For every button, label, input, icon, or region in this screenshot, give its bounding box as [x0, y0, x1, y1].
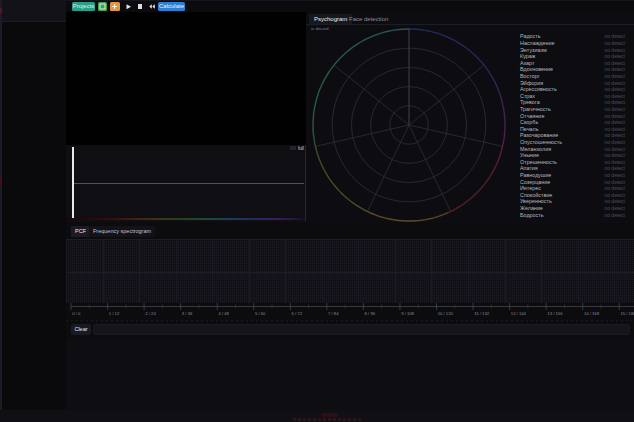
svg-text:9 / 108: 9 / 108 — [401, 311, 414, 316]
svg-text:11 / 132: 11 / 132 — [474, 311, 489, 316]
svg-text:1 / 12: 1 / 12 — [109, 311, 120, 316]
svg-text:3 / 36: 3 / 36 — [182, 311, 193, 316]
svg-text:6 / 72: 6 / 72 — [292, 311, 303, 316]
svg-text:15 / 180: 15 / 180 — [620, 311, 634, 316]
svg-text:4 / 48: 4 / 48 — [218, 311, 229, 316]
svg-text:8 / 96: 8 / 96 — [365, 311, 376, 316]
svg-text:0 / 0: 0 / 0 — [72, 311, 81, 316]
svg-text:7 / 84: 7 / 84 — [328, 311, 339, 316]
svg-text:13 / 156: 13 / 156 — [547, 311, 563, 316]
svg-text:12 / 144: 12 / 144 — [511, 311, 527, 316]
svg-text:2 / 24: 2 / 24 — [145, 311, 156, 316]
svg-text:10 / 120: 10 / 120 — [438, 311, 454, 316]
svg-text:5 / 60: 5 / 60 — [255, 311, 266, 316]
svg-text:14 / 168: 14 / 168 — [584, 311, 600, 316]
